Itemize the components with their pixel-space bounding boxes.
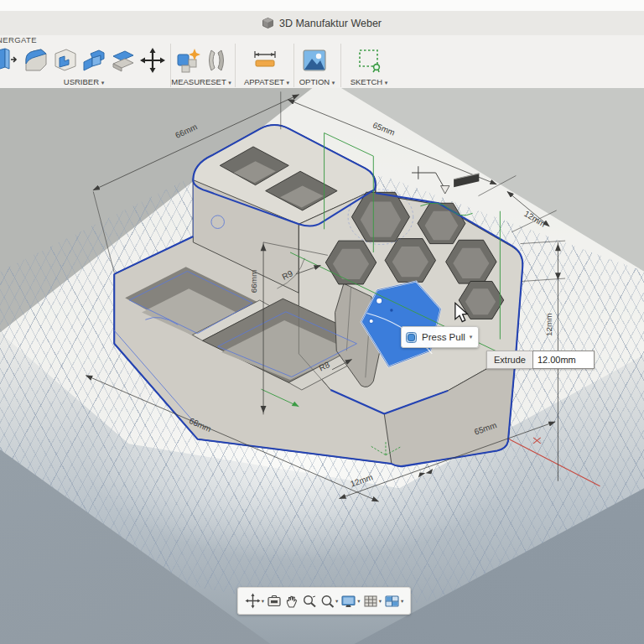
viewport-canvas[interactable]: 66mm 65mm 12mm 12mm 66mm R9 R8 68mm 12mm… [0, 88, 644, 644]
extrude-value-input[interactable]: 12.00mm [532, 351, 595, 369]
extrude-control: Extrude 12.00mm [486, 351, 595, 369]
chevron-down-icon: ▾ [379, 598, 382, 605]
extrude-label: Extrude [486, 351, 532, 369]
sketch-rect-icon[interactable] [356, 47, 383, 74]
chevron-down-icon: ▾ [385, 80, 388, 86]
move-icon[interactable] [139, 47, 166, 74]
image-icon[interactable] [301, 47, 328, 74]
dim-label: 12mm [349, 472, 374, 488]
look-at-icon[interactable] [267, 594, 282, 609]
sketch-point[interactable] [369, 319, 373, 323]
pan-icon[interactable] [284, 594, 299, 609]
navigation-toolbar: ▾ ▾ ▾ ▾ ▾ [237, 587, 411, 615]
press-pull-button[interactable]: Press Pull ▾ [401, 326, 479, 348]
window-top-strip [0, 0, 644, 12]
window-title: 3D Manufaktur Weber [279, 18, 382, 29]
orbit-icon[interactable]: ▾ [245, 593, 264, 609]
ribbon-separator [340, 44, 341, 87]
dim-label: 66mm [174, 122, 199, 140]
display-settings-icon[interactable]: ▾ [340, 594, 360, 609]
cube-icon [262, 18, 273, 29]
chevron-down-icon: ▾ [335, 598, 338, 605]
ribbon-tab-label[interactable]: NERGATE [0, 35, 37, 44]
combine-icon[interactable] [80, 47, 107, 74]
fillet-icon[interactable] [23, 47, 49, 74]
viewports-icon[interactable]: ▾ [384, 594, 403, 609]
sketch-point[interactable] [377, 298, 382, 304]
press-pull-icon [405, 331, 418, 344]
chevron-down-icon: ▾ [287, 80, 290, 86]
ruler-icon[interactable] [252, 47, 278, 74]
dim-label: 12mm [544, 314, 553, 337]
group-label-option[interactable]: OPTION ▾ [299, 77, 335, 86]
dim-label: 12mm [522, 209, 547, 229]
split-body-icon[interactable] [110, 47, 137, 74]
chevron-down-icon: ▾ [357, 598, 360, 605]
chevron-down-icon: ▾ [332, 80, 335, 86]
chevron-down-icon: ▾ [101, 80, 105, 86]
fit-icon[interactable]: ▾ [319, 594, 338, 609]
chevron-down-icon: ▾ [401, 598, 403, 605]
group-label-usriber[interactable]: USRIBER ▾ [64, 77, 104, 86]
group-label-measureset[interactable]: MEASURESET ▾ [171, 77, 231, 86]
measure-blocks-icon[interactable] [175, 47, 202, 74]
ribbon-separator [293, 44, 294, 87]
chevron-down-icon: ▾ [470, 334, 473, 340]
dim-label: 66mm [249, 270, 258, 293]
zoom-icon[interactable] [302, 594, 317, 609]
ribbon-separator [235, 44, 236, 87]
chevron-down-icon: ▾ [228, 80, 231, 86]
extrude-icon[interactable] [0, 47, 18, 74]
chevron-down-icon: ▾ [262, 598, 264, 605]
group-label-sketch[interactable]: SKETCH ▾ [351, 77, 388, 86]
group-label-appatset[interactable]: APPATSET ▾ [244, 77, 289, 86]
titlebar: 3D Manufaktur Weber [0, 11, 644, 36]
hole-icon[interactable] [52, 47, 79, 74]
grid-snaps-icon[interactable]: ▾ [363, 594, 382, 609]
ribbon-toolbar: NERGATE [0, 35, 644, 89]
mirror-icon[interactable] [203, 47, 230, 74]
press-pull-label: Press Pull [422, 332, 465, 342]
